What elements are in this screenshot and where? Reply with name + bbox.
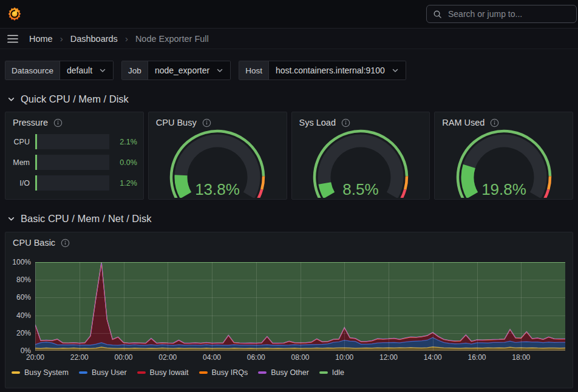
- legend-label: Busy IRQs: [212, 368, 248, 377]
- pressure-row-mem: Mem 0.0%: [10, 155, 137, 170]
- chevron-down-icon: [216, 67, 223, 74]
- panel-sys-load-header[interactable]: Sys Load: [292, 112, 430, 127]
- x-axis-tick-label: 20:00: [26, 353, 44, 362]
- cpu-basic-chart-plot[interactable]: [35, 262, 565, 351]
- pressure-mem-bar: [35, 155, 109, 170]
- legend-color-marker: [137, 371, 146, 374]
- panel-cpu-basic-title: CPU Basic: [13, 238, 55, 248]
- legend-item-busy-irqs[interactable]: Busy IRQs: [199, 368, 248, 377]
- panel-sys-load: Sys Load 8.5%: [291, 112, 430, 200]
- search-box[interactable]: [426, 5, 577, 23]
- legend-color-marker: [258, 371, 267, 374]
- filter-datasource-value-button[interactable]: default: [59, 61, 113, 79]
- grafana-logo-icon: [7, 7, 22, 21]
- x-axis-tick-label: 10:00: [335, 353, 353, 362]
- info-icon[interactable]: [61, 238, 70, 248]
- legend-label: Idle: [332, 368, 344, 377]
- hamburger-icon: [7, 35, 18, 43]
- dashboard-content: Datasource default Job node_exporter Hos…: [0, 61, 578, 388]
- panel-cpu-basic-header[interactable]: CPU Basic: [5, 232, 573, 248]
- pressure-mem-bar-fill: [35, 155, 37, 170]
- filter-host-value: host.containers.internal:9100: [276, 66, 385, 75]
- sys-load-gauge: 8.5%: [292, 126, 430, 198]
- legend-item-idle[interactable]: Idle: [319, 368, 344, 377]
- panel-ram-used-header[interactable]: RAM Used: [435, 112, 573, 127]
- y-axis-tick-label: 40%: [5, 311, 31, 320]
- filter-job-label: Job: [122, 61, 148, 79]
- x-axis-tick-label: 14:00: [424, 353, 442, 362]
- legend-label: Busy User: [92, 368, 127, 377]
- x-axis-tick-label: 00:00: [114, 353, 132, 362]
- legend-item-busy-iowait[interactable]: Busy Iowait: [137, 368, 189, 377]
- ram-used-gauge: 19.8%: [435, 126, 573, 198]
- x-axis-tick-label: 04:00: [203, 353, 221, 362]
- panel-pressure-header[interactable]: Pressure: [5, 112, 143, 127]
- panel-ram-used: RAM Used 19.8%: [434, 112, 573, 200]
- legend-label: Busy Iowait: [150, 368, 189, 377]
- chevron-down-icon: [392, 67, 399, 74]
- breadcrumb-separator: ›: [125, 33, 128, 44]
- x-axis-tick-label: 08:00: [291, 353, 309, 362]
- ram-used-gauge-value: 19.8%: [481, 180, 526, 198]
- legend-label: Busy Other: [271, 368, 309, 377]
- legend-color-marker: [12, 371, 20, 374]
- x-axis-tick-label: 06:00: [247, 353, 265, 362]
- panel-pressure: Pressure CPU 2.1% Mem 0.0% I/O: [5, 112, 144, 200]
- pressure-cpu-bar: [35, 134, 109, 149]
- panel-cpu-basic: CPU Basic 100%80%60%40%20%0% 20:0022:000…: [5, 232, 573, 388]
- filter-job-value-button[interactable]: node_exporter: [148, 61, 230, 79]
- filter-host-label: Host: [239, 61, 268, 79]
- search-input[interactable]: [447, 8, 570, 19]
- y-axis-tick-label: 20%: [5, 329, 31, 337]
- x-axis-tick-label: 22:00: [70, 353, 89, 362]
- y-axis-tick-label: 80%: [5, 275, 31, 284]
- filter-host[interactable]: Host host.containers.internal:9100: [239, 61, 406, 80]
- quick-panels-row: Pressure CPU 2.1% Mem 0.0% I/O: [5, 112, 573, 200]
- cpu-busy-gauge-value: 13.8%: [195, 180, 240, 198]
- filter-datasource[interactable]: Datasource default: [5, 61, 114, 80]
- breadcrumb-bar: Home › Dashboards › Node Exporter Full: [0, 29, 578, 49]
- filter-datasource-value: default: [67, 66, 92, 75]
- breadcrumb-home[interactable]: Home: [29, 34, 53, 44]
- legend-color-marker: [319, 371, 328, 374]
- section-quick-cpu-mem-disk[interactable]: Quick CPU / Mem / Disk: [5, 93, 573, 105]
- cpu-busy-gauge: 13.8%: [149, 126, 287, 198]
- pressure-io-value: 1.2%: [109, 179, 137, 188]
- filter-datasource-label: Datasource: [5, 61, 59, 79]
- chevron-down-icon: [99, 67, 106, 74]
- chevron-down-icon: [7, 95, 15, 103]
- filter-host-value-button[interactable]: host.containers.internal:9100: [268, 61, 406, 79]
- pressure-bars: CPU 2.1% Mem 0.0% I/O 1.2%: [5, 127, 143, 191]
- section-basic-title: Basic CPU / Mem / Net / Disk: [21, 213, 151, 225]
- section-quick-title: Quick CPU / Mem / Disk: [21, 93, 129, 105]
- legend-item-busy-user[interactable]: Busy User: [79, 368, 127, 377]
- info-icon[interactable]: [53, 118, 63, 127]
- legend-label: Busy System: [24, 368, 69, 377]
- pressure-cpu-value: 2.1%: [109, 138, 137, 146]
- y-axis-tick-label: 60%: [5, 293, 31, 302]
- panel-cpu-busy: CPU Busy 13.8%: [148, 112, 287, 200]
- variable-filters: Datasource default Job node_exporter Hos…: [5, 61, 573, 80]
- grafana-logo[interactable]: [7, 7, 22, 21]
- section-basic-cpu-mem-net-disk[interactable]: Basic CPU / Mem / Net / Disk: [5, 213, 573, 225]
- panel-cpu-busy-header[interactable]: CPU Busy: [149, 112, 287, 127]
- breadcrumb-separator: ›: [60, 33, 63, 44]
- menu-button[interactable]: [7, 35, 18, 43]
- breadcrumb-dashboards[interactable]: Dashboards: [70, 34, 118, 44]
- sys-load-gauge-value: 8.5%: [342, 180, 378, 198]
- pressure-io-label: I/O: [10, 179, 30, 188]
- x-axis-tick-label: 18:00: [512, 353, 530, 362]
- pressure-io-bar: [35, 175, 109, 191]
- cpu-basic-legend: Busy SystemBusy UserBusy IowaitBusy IRQs…: [12, 368, 344, 377]
- filter-job[interactable]: Job node_exporter: [121, 61, 231, 80]
- pressure-cpu-label: CPU: [10, 138, 30, 146]
- pressure-mem-label: Mem: [10, 158, 30, 167]
- legend-item-busy-other[interactable]: Busy Other: [258, 368, 309, 377]
- pressure-mem-value: 0.0%: [109, 158, 137, 167]
- pressure-io-bar-fill: [35, 175, 37, 191]
- chevron-down-icon: [7, 215, 15, 223]
- legend-item-busy-system[interactable]: Busy System: [12, 368, 69, 377]
- x-axis-tick-label: 16:00: [467, 353, 486, 362]
- panel-pressure-title: Pressure: [13, 118, 48, 127]
- y-axis-tick-label: 100%: [5, 258, 31, 266]
